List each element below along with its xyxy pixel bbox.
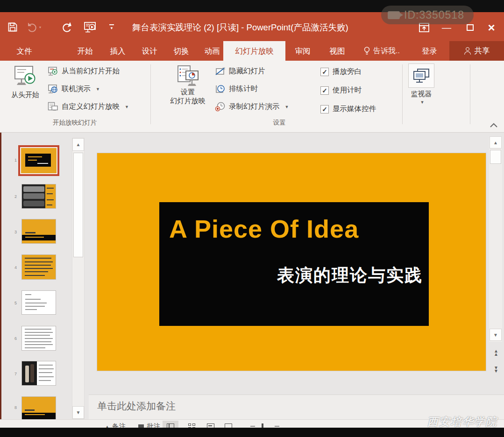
tab-view[interactable]: 视图 (326, 41, 348, 61)
monitors-button[interactable]: 监视器 ▼ (406, 63, 437, 105)
zoom-slider-track[interactable] (250, 426, 255, 427)
thumbnail-number: 2 (10, 194, 17, 199)
maximize-icon (467, 24, 474, 31)
thumbnail-number: 8 (10, 405, 17, 410)
slide-thumbnail-6[interactable] (21, 326, 56, 351)
record-slideshow-icon (215, 102, 226, 112)
main-scroll-down-button[interactable]: ▼ (490, 329, 502, 341)
start-from-beginning-icon (13, 64, 37, 89)
main-scrollbar-track[interactable] (489, 136, 502, 342)
thumbnail-panel-scrollbar[interactable]: ▲ ▼ (72, 138, 85, 419)
close-button[interactable]: × (483, 21, 500, 35)
set-up-slideshow-icon (176, 64, 200, 88)
custom-slideshow-button[interactable]: 自定义幻灯片放映 ▼ (48, 102, 129, 112)
from-current-slide-label: 从当前幻灯片开始 (62, 66, 120, 76)
monitors-icon (412, 67, 431, 84)
start-slideshow-quick-button[interactable] (82, 19, 98, 35)
slide-thumbnail-3[interactable] (21, 219, 56, 244)
thumbnail-scrollbar-thumb[interactable] (73, 153, 83, 257)
undo-dropdown-caret-icon[interactable]: ▼ (39, 26, 42, 29)
powerpoint-window: ID:3350518 ▼ (0, 0, 504, 437)
slide-thumbnail-7[interactable] (21, 361, 56, 386)
window-left-edge (0, 133, 1, 419)
slide-thumbnail-2[interactable] (21, 184, 56, 209)
slide-thumbnail-1-selected[interactable] (18, 145, 59, 176)
sign-in-button[interactable]: 登录 (422, 41, 437, 61)
tab-slide-show[interactable]: 幻灯片放映 (223, 41, 285, 61)
share-label: 共享 (475, 46, 490, 56)
thumbnail-number: 6 (10, 336, 17, 341)
person-icon (464, 47, 471, 55)
thumbnail-number: 4 (10, 265, 17, 270)
undo-icon (27, 22, 38, 32)
previous-slide-button[interactable]: ▲ ▲ (491, 349, 501, 359)
tell-me-label: 告诉我.. (373, 46, 400, 56)
scroll-up-icon: ▲ (76, 142, 81, 147)
thumbnail-number: 7 (10, 372, 17, 376)
hide-slide-icon (215, 67, 226, 76)
tab-file[interactable]: 文件 (11, 41, 37, 61)
rehearse-timings-label: 排练计时 (229, 84, 258, 94)
ribbon-tab-row: 文件 开始 插入 设计 切换 动画 幻灯片放映 审阅 视图 告诉我.. 登录 共… (0, 41, 504, 61)
tab-animations[interactable]: 动画 (201, 41, 223, 61)
checkbox-check-icon: ✓ (320, 105, 329, 113)
undo-button[interactable]: ▼ (26, 19, 42, 35)
double-down-icon: ▼ (491, 369, 501, 373)
monitors-caret-icon: ▼ (420, 100, 425, 105)
record-slideshow-label: 录制幻灯片演示 (229, 102, 280, 112)
record-slideshow-button[interactable]: 录制幻灯片演示 ▼ (215, 102, 289, 112)
show-media-controls-checkbox[interactable]: ✓ 显示媒体控件 (320, 104, 376, 114)
group-label-setup: 设置 (214, 119, 345, 127)
tab-insert[interactable]: 插入 (106, 41, 129, 61)
save-icon (7, 21, 18, 33)
tab-design[interactable]: 设计 (138, 41, 161, 61)
use-timings-checkbox[interactable]: ✓ 使用计时 (320, 85, 362, 95)
share-button[interactable]: 共享 (449, 41, 504, 61)
main-scrollbar-thumb[interactable] (490, 150, 501, 164)
set-up-slideshow-label-line2: 幻灯片放映 (170, 97, 206, 106)
slide-canvas[interactable]: A Piece Of Idea 表演的理论与实践 (97, 153, 486, 371)
slide-thumbnail-5[interactable] (21, 290, 56, 315)
hide-slide-label: 隐藏幻灯片 (229, 66, 265, 76)
slide-thumbnail-8[interactable] (21, 396, 56, 419)
next-slide-button[interactable]: ▼ ▼ (491, 366, 501, 376)
hide-slide-button[interactable]: 隐藏幻灯片 (215, 66, 265, 76)
customize-quick-access-button[interactable]: ▼ (104, 19, 120, 35)
collapse-ribbon-button[interactable] (490, 121, 499, 128)
video-camera-icon (388, 11, 400, 19)
tab-transitions[interactable]: 切换 (170, 41, 192, 61)
slide-title-box[interactable]: A Piece Of Idea 表演的理论与实践 (159, 202, 429, 326)
custom-slideshow-caret-icon: ▼ (125, 105, 129, 109)
slide-subtitle: 表演的理论与实践 (277, 264, 423, 287)
scroll-up-icon: ▲ (493, 140, 498, 145)
main-scroll-up-button[interactable]: ▲ (490, 136, 502, 148)
tab-review[interactable]: 审阅 (291, 41, 314, 61)
set-up-slideshow-button[interactable]: 设置 幻灯片放映 (164, 64, 211, 106)
redo-icon (61, 21, 72, 33)
save-button[interactable] (5, 19, 21, 35)
present-online-button[interactable]: 联机演示 ▼ (48, 84, 100, 94)
window-title: 舞台表演实践理论 (2) [只读] - PowerPoint(产品激活失败) (132, 21, 348, 33)
checkbox-check-icon: ✓ (320, 68, 329, 76)
rehearse-timings-button[interactable]: 排练计时 (215, 84, 258, 94)
zoom-slider-track[interactable] (275, 426, 279, 427)
thumbnail-number: 5 (10, 301, 17, 305)
ribbon-separator (470, 64, 470, 124)
redo-button[interactable] (59, 19, 75, 35)
lightbulb-icon (363, 46, 370, 56)
slide-thumbnail-4[interactable] (21, 254, 56, 280)
thumbnail-scroll-up-button[interactable]: ▲ (72, 138, 84, 151)
tab-home[interactable]: 开始 (74, 41, 96, 61)
tell-me-button[interactable]: 告诉我.. (363, 41, 400, 61)
start-from-beginning-label: 从头开始 (11, 91, 39, 99)
play-narrations-checkbox[interactable]: ✓ 播放旁白 (320, 67, 362, 77)
notes-placeholder[interactable]: 单击此处添加备注 (97, 400, 176, 413)
record-slideshow-caret-icon: ▼ (285, 105, 289, 109)
from-current-slide-button[interactable]: 从当前幻灯片开始 (48, 66, 120, 76)
scroll-down-icon: ▼ (493, 332, 498, 338)
ribbon-separator (402, 64, 403, 124)
thumbnail-number: 1 (10, 158, 17, 162)
start-from-beginning-button[interactable]: 从头开始 (6, 64, 45, 99)
thumbnail-scroll-down-button[interactable]: ▼ (72, 406, 84, 419)
present-online-label: 联机演示 (62, 84, 91, 94)
